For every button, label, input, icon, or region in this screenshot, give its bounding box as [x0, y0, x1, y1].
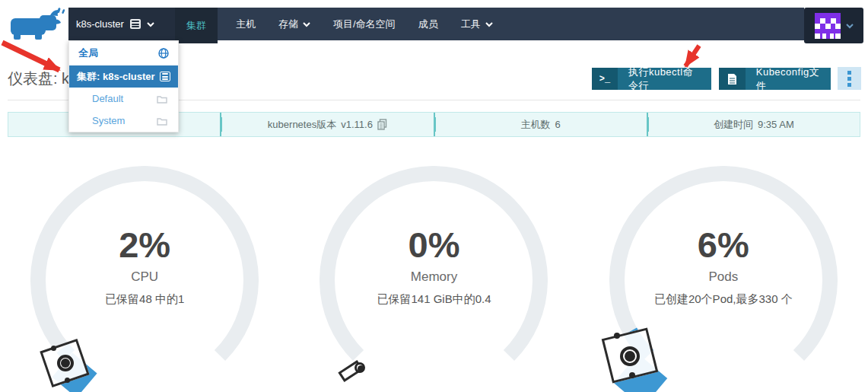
- chevron-down-icon: [846, 22, 854, 30]
- cpu-label: CPU: [0, 269, 289, 285]
- nav-item-hosts[interactable]: 主机: [236, 18, 256, 31]
- created-label: 创建时间: [714, 118, 753, 132]
- info-cell-created: 创建时间 9:35 AM: [647, 113, 860, 136]
- dots-vertical-icon: [847, 71, 851, 75]
- rancher-logo[interactable]: [6, 6, 67, 43]
- cluster-dropdown-menu: 全局 集群: k8s-cluster Default System: [68, 40, 179, 132]
- cluster-stack-icon: [130, 19, 141, 29]
- cluster-switcher[interactable]: k8s-cluster: [68, 8, 175, 40]
- dropdown-item-global[interactable]: 全局: [69, 41, 178, 65]
- info-cell-hosts: 主机数 6: [434, 113, 647, 136]
- more-actions-button[interactable]: [838, 67, 861, 90]
- cluster-stack-icon: [160, 72, 170, 81]
- pods-label: Pods: [579, 269, 868, 285]
- chevron-down-icon: [485, 21, 493, 28]
- pods-subtitle: 已创建20个Pod,最多330 个: [579, 292, 868, 307]
- red-arrow-to-cluster-item: [2, 43, 59, 70]
- top-navbar: k8s-cluster 集群 主机 存储 项目/命名空间 成员 工具: [68, 8, 804, 40]
- user-menu[interactable]: [804, 8, 863, 43]
- globe-icon: [158, 48, 169, 59]
- nav-item-tools[interactable]: 工具: [461, 18, 493, 31]
- created-value: 9:35 AM: [758, 119, 794, 130]
- version-label: kubernetes版本: [268, 118, 336, 132]
- hosts-value: 6: [555, 119, 561, 130]
- launch-kubectl-label: 执行kubectl命令行: [618, 68, 711, 90]
- launch-kubectl-button[interactable]: >_ 执行kubectl命令行: [592, 68, 711, 90]
- hosts-label: 主机数: [521, 118, 551, 132]
- info-cell-k8s-version: kubernetes版本 v1.11.6: [220, 113, 433, 136]
- memory-percent: 0%: [289, 225, 578, 265]
- cluster-switcher-label: k8s-cluster: [76, 18, 124, 30]
- cpu-subtitle: 已保留48 中的1: [0, 292, 289, 307]
- nav-item-label: 集群: [186, 19, 206, 33]
- nav-items: 主机 存储 项目/命名空间 成员 工具: [228, 8, 493, 40]
- memory-subtitle: 已保留141 GiB中的0.4: [289, 292, 578, 307]
- kubeconfig-file-button[interactable]: Kubeconfig文件: [719, 68, 831, 90]
- pods-gauge: 6% Pods 已创建20个Pod,最多330 个: [579, 166, 868, 392]
- cpu-percent: 2%: [0, 225, 289, 265]
- nav-item-cluster[interactable]: 集群: [175, 8, 218, 43]
- dropdown-item-default[interactable]: Default: [69, 88, 178, 110]
- nav-item-storage[interactable]: 存储: [278, 18, 310, 31]
- nav-item-projects-namespaces[interactable]: 项目/命名空间: [333, 18, 396, 31]
- version-value: v1.11.6: [341, 119, 373, 130]
- terminal-icon: >_: [592, 68, 618, 90]
- copy-icon[interactable]: [377, 119, 387, 130]
- chevron-down-icon: [303, 21, 310, 28]
- red-arrow-to-kubectl-button: [685, 46, 699, 66]
- memory-label: Memory: [289, 269, 578, 285]
- dropdown-item-system[interactable]: System: [69, 110, 178, 132]
- folder-icon: [157, 116, 167, 126]
- folder-icon: [157, 94, 167, 104]
- dropdown-item-cluster-selected[interactable]: 集群: k8s-cluster: [69, 65, 178, 88]
- gauges-row: 2% CPU 已保留48 中的1 0% Memory 已保留141 GiB中的0…: [0, 166, 868, 392]
- rancher-bull-icon: [6, 6, 67, 43]
- avatar: [815, 13, 841, 39]
- nav-item-members[interactable]: 成员: [418, 18, 438, 31]
- pods-percent: 6%: [579, 225, 868, 265]
- memory-gauge: 0% Memory 已保留141 GiB中的0.4: [289, 166, 578, 392]
- file-icon: [719, 68, 746, 90]
- kubeconfig-label: Kubeconfig文件: [746, 68, 831, 90]
- cpu-gauge: 2% CPU 已保留48 中的1: [0, 166, 289, 392]
- chevron-down-icon: [147, 21, 154, 28]
